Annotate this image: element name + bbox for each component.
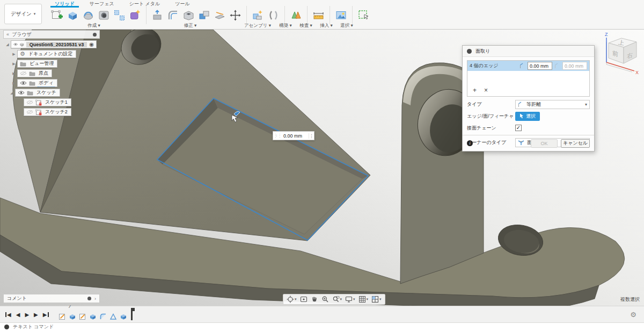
shell-icon[interactable] (181, 8, 196, 23)
collapse-panel-icon[interactable]: « (6, 32, 9, 37)
group-label-assemble[interactable]: アセンブリ ▾ (240, 23, 275, 29)
expand-icon[interactable]: ▶ (12, 62, 16, 66)
tree-item-label[interactable]: スケッチ (35, 89, 57, 96)
tree-row-sketches[interactable]: ◢ スケッチ (10, 89, 100, 97)
distance1-input[interactable] (528, 62, 552, 70)
create-sketch-icon[interactable] (50, 8, 64, 23)
tree-item-label[interactable]: スケッチ2 (44, 109, 69, 116)
press-pull-icon[interactable] (150, 8, 165, 23)
edge-set-list[interactable]: 4 個のエッジ + × (467, 60, 590, 97)
visibility-eye-icon[interactable] (13, 42, 18, 47)
tree-item-label[interactable]: スケッチ1 (44, 99, 69, 106)
tangent-chain-checkbox[interactable]: ✓ (515, 125, 522, 131)
tree-item-label[interactable]: ボディ (38, 80, 55, 87)
comments-expand-icon[interactable]: › (94, 296, 96, 301)
cancel-button[interactable]: キャンセル (561, 139, 590, 148)
revolve-icon[interactable] (81, 8, 96, 23)
drag-handle-icon[interactable]: ⋮⋮ (273, 134, 277, 137)
timeline-position-marker[interactable] (131, 308, 133, 320)
tab-tools[interactable]: ツール (167, 0, 197, 7)
hole-icon[interactable] (97, 8, 111, 23)
tree-row-doc-settings[interactable]: ▶ ⚙ ドキュメントの設定 (12, 50, 100, 58)
expand-icon[interactable]: ▶ (12, 71, 16, 76)
expand-icon[interactable]: ▶ (12, 52, 16, 56)
new-component-icon[interactable] (251, 8, 265, 23)
timeline-feature-draft[interactable] (109, 312, 118, 320)
play-button[interactable]: ▶ (25, 312, 29, 318)
visibility-eye-off-icon[interactable] (26, 100, 33, 105)
orbit-icon[interactable]: ▾ (285, 294, 298, 304)
window-select-icon[interactable] (356, 8, 371, 23)
dialog-titlebar[interactable]: 面取り (463, 46, 594, 57)
info-icon[interactable]: i (467, 140, 473, 146)
combine-icon[interactable] (197, 8, 211, 23)
group-label-modify[interactable]: 修正 ▾ (141, 23, 240, 29)
step-back-button[interactable]: ◀ (16, 312, 20, 318)
comments-options-icon[interactable] (87, 297, 91, 300)
tree-row-root[interactable]: ◢ Question5_20210531 v3 ◉ (5, 40, 100, 48)
tree-item-label[interactable]: 原点 (38, 70, 49, 77)
fillet-icon[interactable] (166, 8, 180, 23)
panel-options-icon[interactable] (93, 33, 97, 37)
viewports-icon[interactable]: ▾ (370, 294, 383, 304)
construction-plane-icon[interactable] (289, 8, 303, 23)
move-copy-icon[interactable] (228, 8, 243, 23)
tree-row-bodies[interactable]: ▶ ボディ (12, 79, 100, 87)
dimension-input-box[interactable]: ⋮⋮ 0.00 mm ⋮ (273, 131, 314, 140)
look-at-icon[interactable] (298, 294, 309, 304)
edge-set-row[interactable]: 4 個のエッジ (467, 61, 589, 71)
split-body-icon[interactable] (213, 8, 227, 23)
zoom-window-icon[interactable]: ▾ (331, 294, 344, 304)
timeline-feature-sketch-2[interactable] (79, 312, 87, 320)
tree-row-sketch2[interactable]: スケッチ2 (24, 108, 100, 116)
tree-row-view-mgmt[interactable]: ▶ ビュー管理 (12, 60, 100, 68)
tab-surface[interactable]: サーフェス (82, 0, 122, 7)
timeline-feature-fillet[interactable] (99, 312, 107, 320)
expand-icon[interactable]: ▶ (12, 81, 16, 85)
tab-sheet-metal[interactable]: シート メタル (122, 0, 168, 7)
comments-bar[interactable]: コメント › (3, 294, 100, 303)
select-button[interactable]: 選択 (515, 112, 540, 121)
tab-solid[interactable]: ソリッド (47, 0, 82, 7)
remove-edge-set-button[interactable]: × (484, 87, 488, 94)
tree-item-label[interactable]: ビュー管理 (28, 60, 55, 67)
visibility-eye-off-icon[interactable] (26, 110, 33, 114)
pan-icon[interactable] (309, 294, 320, 304)
skip-to-start-button[interactable]: ◀ (5, 312, 11, 318)
measure-icon[interactable] (311, 8, 326, 23)
expand-icon[interactable]: ◢ (10, 91, 14, 95)
workspace-selector[interactable]: デザイン ▾ (4, 4, 42, 24)
group-label-insert[interactable]: 挿入 ▾ (316, 23, 336, 29)
ok-button[interactable]: OK (531, 139, 558, 148)
extrude-icon[interactable] (65, 8, 80, 23)
dimension-value[interactable]: 0.00 mm (277, 133, 309, 139)
viewcube[interactable]: Z X 上 前 右 (599, 31, 642, 81)
tree-row-origin[interactable]: ▶ 原点 (12, 69, 100, 77)
tree-row-sketch1[interactable]: スケッチ1 (24, 98, 100, 106)
visibility-eye-off-icon[interactable] (20, 71, 27, 76)
visibility-eye-icon[interactable] (18, 90, 25, 95)
rectangular-pattern-icon[interactable] (112, 8, 127, 23)
tree-item-label[interactable]: ドキュメントの設定 (27, 51, 74, 57)
dimension-menu-icon[interactable]: ⋮ (309, 133, 314, 139)
group-label-select[interactable]: 選択 ▾ (336, 23, 357, 29)
grid-settings-icon[interactable]: ▾ (357, 294, 370, 304)
expand-icon[interactable]: ◢ (5, 42, 10, 47)
distance2-input[interactable] (562, 62, 587, 70)
joint-icon[interactable] (266, 8, 281, 23)
timeline-feature-sketch-1[interactable] (58, 312, 67, 320)
step-forward-button[interactable]: ▶ (34, 312, 38, 318)
create-form-icon[interactable] (128, 8, 142, 23)
activate-radio-icon[interactable]: ◉ (89, 41, 94, 47)
skip-to-end-button[interactable]: ▶ (43, 312, 49, 318)
insert-image-icon[interactable] (334, 8, 348, 23)
root-component-label[interactable]: Question5_20210531 v3 (26, 42, 87, 47)
browser-header[interactable]: « ブラウザ (3, 30, 100, 39)
display-settings-icon[interactable]: ▾ (343, 294, 357, 304)
group-label-create[interactable]: 作成 ▾ (47, 23, 141, 29)
add-edge-set-button[interactable]: + (473, 87, 477, 94)
zoom-icon[interactable] (320, 294, 331, 304)
timeline-feature-extrude-1[interactable] (69, 312, 77, 320)
chamfer-type-select[interactable]: 等距離 ▾ (515, 100, 590, 109)
timeline-feature-extrude-3[interactable] (120, 312, 128, 320)
